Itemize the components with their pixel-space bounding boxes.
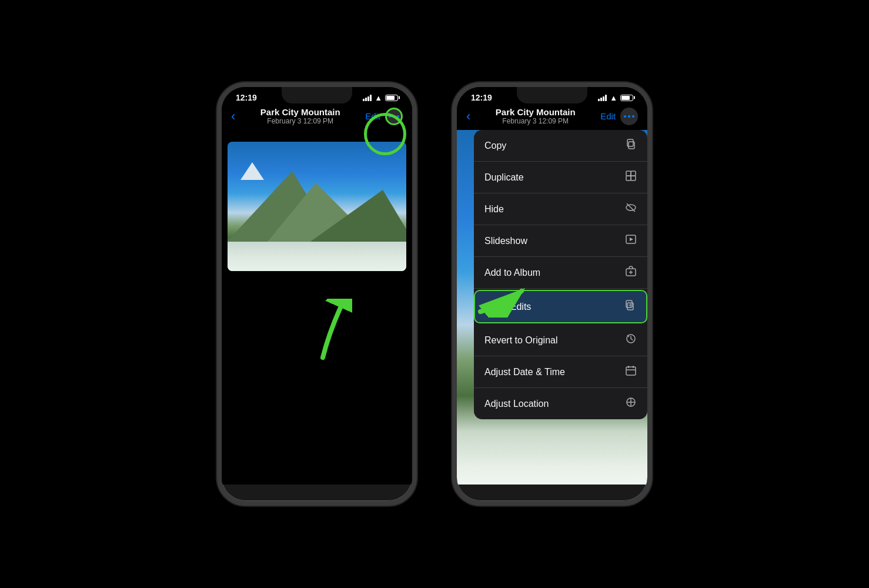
- green-circle-highlight: [364, 113, 406, 155]
- duplicate-icon: [625, 170, 637, 185]
- menu-item-slideshow[interactable]: Slideshow: [474, 225, 647, 257]
- photo-area-1: [222, 130, 412, 485]
- menu-item-adjust-date[interactable]: Adjust Date & Time: [474, 356, 647, 388]
- nav-title-sub-2: February 3 12:09 PM: [475, 117, 596, 125]
- menu-item-revert-label: Revert to Original: [484, 335, 558, 346]
- status-icons-2: ▲: [598, 93, 633, 102]
- menu-item-add-album-label: Add to Album: [484, 268, 540, 278]
- revert-icon: [625, 333, 637, 348]
- signal-icon-2: [598, 95, 607, 101]
- menu-item-hide-label: Hide: [484, 204, 504, 215]
- more-button-2[interactable]: [620, 108, 638, 125]
- wifi-icon-2: ▲: [610, 93, 617, 102]
- nav-actions-2: Edit: [600, 108, 638, 125]
- copy-icon: [625, 138, 637, 153]
- nav-bar-2: ‹ Park City Mountain February 3 12:09 PM…: [457, 105, 647, 130]
- dropdown-menu: Copy Duplicate Hide: [474, 130, 647, 419]
- menu-item-adjust-location-label: Adjust Location: [484, 399, 549, 409]
- svg-rect-7: [631, 176, 636, 181]
- menu-item-hide[interactable]: Hide: [474, 193, 647, 225]
- svg-rect-4: [626, 171, 631, 176]
- status-bar-2: 12:19 ▲: [457, 87, 647, 105]
- svg-marker-11: [630, 238, 633, 241]
- more-dots-2: [624, 115, 634, 118]
- adjust-date-icon: [625, 365, 637, 379]
- svg-rect-5: [631, 171, 636, 176]
- nav-title-main-2: Park City Mountain: [475, 107, 596, 117]
- phone-1: 12:19 ▲ ‹ Park City Mountain February 3 …: [217, 82, 417, 506]
- battery-icon: [385, 95, 398, 101]
- nav-title-sub-1: February 3 12:09 PM: [240, 117, 360, 125]
- menu-item-revert[interactable]: Revert to Original: [474, 325, 647, 356]
- phone-2: 12:19 ▲ ‹ Park City Mountain February 3 …: [452, 82, 652, 506]
- status-time-2: 12:19: [471, 93, 492, 102]
- menu-item-copy[interactable]: Copy: [474, 130, 647, 162]
- back-button-2[interactable]: ‹: [466, 109, 470, 124]
- copy-edits-icon: [624, 299, 636, 314]
- menu-item-copy-edits-label: Copy Edits: [486, 302, 531, 312]
- back-button-1[interactable]: ‹: [231, 109, 235, 124]
- menu-item-slideshow-label: Slideshow: [484, 236, 527, 246]
- adjust-location-icon: [625, 396, 637, 411]
- nav-title-2: Park City Mountain February 3 12:09 PM: [475, 107, 596, 125]
- hide-icon: [625, 202, 637, 216]
- status-bar-1: 12:19 ▲: [222, 87, 412, 105]
- wifi-icon: ▲: [375, 93, 382, 102]
- menu-item-copy-edits[interactable]: Copy Edits: [474, 290, 647, 323]
- nav-title-main-1: Park City Mountain: [240, 107, 360, 117]
- menu-item-duplicate-label: Duplicate: [484, 172, 524, 183]
- nav-title-1: Park City Mountain February 3 12:09 PM: [240, 107, 360, 125]
- signal-icon: [363, 95, 372, 101]
- edit-button-2[interactable]: Edit: [600, 111, 616, 121]
- svg-rect-18: [626, 367, 636, 375]
- svg-rect-6: [626, 176, 631, 181]
- slideshow-icon: [625, 233, 637, 248]
- status-time-1: 12:19: [236, 93, 257, 102]
- photo-1: [228, 142, 406, 271]
- menu-item-add-album[interactable]: Add to Album: [474, 257, 647, 289]
- add-album-icon: [625, 265, 637, 280]
- battery-icon-2: [620, 95, 633, 101]
- menu-item-adjust-date-label: Adjust Date & Time: [484, 367, 565, 377]
- status-icons-1: ▲: [363, 93, 398, 102]
- menu-item-adjust-location[interactable]: Adjust Location: [474, 388, 647, 419]
- menu-item-copy-label: Copy: [484, 141, 506, 151]
- menu-item-duplicate[interactable]: Duplicate: [474, 162, 647, 193]
- arrow-indicator: [305, 299, 352, 372]
